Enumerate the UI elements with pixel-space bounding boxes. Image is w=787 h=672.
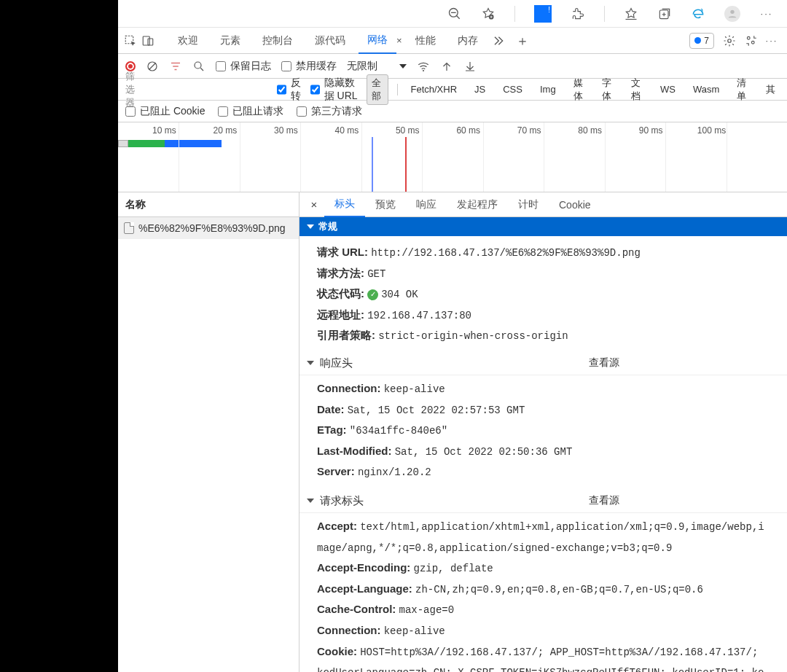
blocked-requests-checkbox[interactable]: 已阻止请求: [218, 105, 283, 118]
copilot-icon[interactable]: !: [534, 5, 552, 23]
chevron-down-icon: [307, 499, 314, 503]
download-har-icon[interactable]: [463, 60, 477, 73]
filter-manifest[interactable]: 清单: [732, 75, 753, 104]
svg-point-24: [423, 69, 424, 71]
tab-response[interactable]: 响应: [406, 192, 447, 217]
close-detail-icon[interactable]: ×: [304, 198, 324, 211]
devtools-more-icon[interactable]: ···: [765, 34, 778, 47]
timeline-tick: 10 ms: [152, 125, 176, 136]
tab-headers[interactable]: 标头: [324, 192, 365, 217]
ie-mode-icon[interactable]: [691, 7, 705, 21]
svg-point-16: [751, 41, 754, 44]
section-request-headers[interactable]: 请求标头查看源: [299, 490, 787, 513]
more-tabs-chevron-icon[interactable]: [491, 34, 504, 47]
favorites-icon[interactable]: [624, 7, 638, 21]
tab-preview[interactable]: 预览: [365, 192, 406, 217]
section-response-headers[interactable]: 响应头查看源: [299, 352, 787, 375]
timeline-tick: 30 ms: [274, 125, 298, 136]
tab-memory[interactable]: 内存: [449, 28, 487, 54]
tab-welcome[interactable]: 欢迎: [169, 28, 207, 54]
add-tab-icon[interactable]: ＋: [516, 34, 529, 47]
chevron-down-icon: [399, 64, 407, 69]
filter-fetchxhr[interactable]: Fetch/XHR: [406, 82, 461, 96]
blocked-cookies-checkbox[interactable]: 已阻止 Cookie: [125, 105, 205, 118]
label-request-url: 请求 URL:: [317, 246, 368, 258]
request-list: 名称 %E6%82%9F%E8%93%9D.png: [118, 192, 299, 672]
label-referrer: 引用者策略:: [317, 329, 375, 341]
tab-performance[interactable]: 性能: [407, 28, 445, 54]
filter-ws[interactable]: WS: [656, 82, 680, 96]
network-conditions-icon[interactable]: [417, 60, 430, 73]
clear-icon[interactable]: [146, 60, 159, 73]
filter-other[interactable]: 其: [761, 82, 780, 98]
label-method: 请求方法:: [317, 267, 364, 279]
third-party-checkbox[interactable]: 第三方请求: [297, 105, 362, 118]
value-status: 304 OK: [381, 289, 418, 300]
value-remote: 192.168.47.137:80: [367, 310, 471, 321]
detail-tabstrip: × 标头 预览 响应 发起程序 计时 Cookie: [299, 192, 787, 217]
view-source-link[interactable]: 查看源: [589, 356, 619, 370]
disable-cache-checkbox[interactable]: 禁用缓存: [281, 60, 337, 73]
more-icon[interactable]: ···: [759, 7, 774, 21]
filter-font[interactable]: 字体: [598, 75, 618, 104]
network-toolbar: 保留日志 禁用缓存 无限制: [118, 54, 787, 79]
issues-count: 7: [704, 36, 709, 46]
svg-line-1: [457, 15, 460, 18]
tab-cookies[interactable]: Cookie: [549, 192, 601, 217]
filter-js[interactable]: JS: [470, 82, 490, 96]
tab-initiator[interactable]: 发起程序: [447, 192, 508, 217]
filter-bar: 筛选器 反转 隐藏数据 URL 全部 Fetch/XHR JS CSS Img …: [118, 79, 787, 101]
upload-har-icon[interactable]: [440, 60, 453, 73]
timeline-tick: 80 ms: [578, 125, 602, 136]
filter-wasm[interactable]: Wasm: [689, 82, 724, 96]
zoom-out-icon[interactable]: [447, 7, 462, 21]
devtools-tabstrip: 欢迎 元素 控制台 源代码 网络 × 性能 内存 ＋ 7 ···: [118, 28, 787, 54]
section-general[interactable]: 常规: [299, 217, 787, 236]
issues-badge[interactable]: 7: [689, 33, 714, 49]
timeline-tick: 100 ms: [697, 125, 726, 136]
network-timeline[interactable]: 10 ms20 ms30 ms40 ms50 ms60 ms70 ms80 ms…: [118, 122, 787, 192]
profile-avatar[interactable]: [724, 6, 740, 22]
filter-icon[interactable]: [169, 60, 182, 73]
throttling-label: 无限制: [347, 60, 377, 73]
value-request-url: http://192.168.47.137/%E6%82%9F%E8%93%9D…: [371, 247, 641, 259]
filter-bar-2: 已阻止 Cookie 已阻止请求 第三方请求: [118, 101, 787, 122]
request-row[interactable]: %E6%82%9F%E8%93%9D.png: [118, 217, 299, 239]
collections-icon[interactable]: [657, 7, 672, 21]
device-toggle-icon[interactable]: [141, 34, 154, 47]
filter-doc[interactable]: 文档: [627, 75, 647, 104]
filter-css[interactable]: CSS: [498, 82, 527, 96]
view-source-link[interactable]: 查看源: [589, 494, 619, 507]
tab-console[interactable]: 控制台: [254, 28, 302, 54]
status-ok-icon: ✓: [367, 289, 378, 300]
svg-point-10: [730, 9, 734, 13]
tab-sources[interactable]: 源代码: [306, 28, 354, 54]
tab-close-icon[interactable]: ×: [396, 35, 402, 46]
throttling-select[interactable]: 无限制: [347, 60, 407, 73]
page-content-strip: [0, 0, 118, 672]
preserve-log-label: 保留日志: [230, 60, 271, 73]
tab-network[interactable]: 网络: [359, 28, 396, 54]
svg-line-23: [200, 68, 203, 71]
svg-rect-12: [143, 36, 149, 45]
tab-timing[interactable]: 计时: [508, 192, 549, 217]
inspect-icon[interactable]: [124, 34, 137, 47]
file-icon: [124, 222, 134, 234]
filter-img[interactable]: Img: [536, 82, 560, 96]
label-status: 状态代码:: [317, 287, 364, 300]
search-icon[interactable]: [192, 60, 205, 73]
extensions-icon[interactable]: [571, 7, 585, 21]
svg-point-14: [728, 39, 732, 42]
invert-checkbox[interactable]: 反转: [277, 77, 302, 103]
column-name-header[interactable]: 名称: [118, 192, 299, 217]
hide-data-urls-checkbox[interactable]: 隐藏数据 URL: [310, 77, 358, 103]
preserve-log-checkbox[interactable]: 保留日志: [216, 60, 271, 73]
dock-side-icon[interactable]: [745, 34, 758, 47]
filter-media[interactable]: 媒体: [569, 75, 590, 104]
tab-elements[interactable]: 元素: [211, 28, 249, 54]
favorites-add-icon[interactable]: [481, 7, 496, 21]
settings-gear-icon[interactable]: [723, 34, 736, 47]
value-referrer: strict-origin-when-cross-origin: [378, 330, 568, 342]
label-remote: 远程地址:: [317, 308, 364, 321]
timeline-tick: 40 ms: [334, 125, 359, 136]
